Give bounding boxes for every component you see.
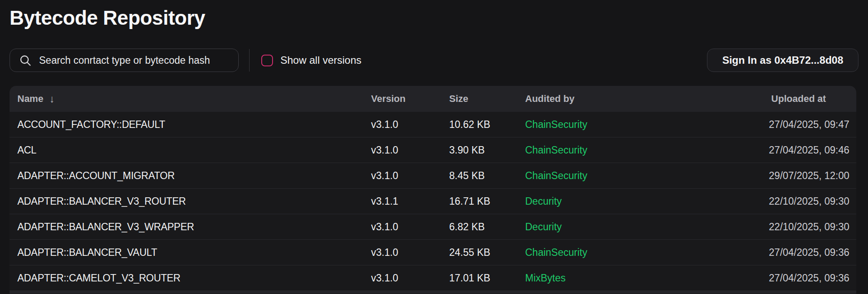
bytecode-repository-page: Bytecode Repository Show all versions Si… [0,0,868,294]
cell-size: 10.62 KB [441,119,517,131]
cell-uploaded-at: 22/10/2025, 09:30 [687,196,856,207]
cell-size: 6.82 KB [441,221,517,233]
show-all-versions-label: Show all versions [280,54,362,66]
cell-name: ACCOUNT_FACTORY::DEFAULT [10,119,363,131]
cell-name: ACL [10,144,363,156]
table-header-row: Name ↓ Version Size Audited by Uploaded … [10,86,856,112]
cell-name: ADAPTER::ACCOUNT_MIGRATOR [10,170,363,182]
cell-name: ADAPTER::BALANCER_V3_ROUTER [10,196,363,207]
cell-audited-by: ChainSecurity [517,247,687,258]
table-row[interactable]: ADAPTER::BALANCER_V3_ROUTER v3.1.1 16.71… [10,189,856,214]
cell-version: v3.1.0 [363,119,441,131]
column-header-name[interactable]: Name ↓ [10,93,363,105]
column-header-size[interactable]: Size [441,93,517,105]
column-header-uploaded-at[interactable]: Uploaded at [687,93,856,105]
cell-version: v3.1.0 [363,144,441,156]
partially-visible-next-row [10,291,856,294]
toolbar-divider [249,49,250,72]
cell-size: 17.01 KB [441,272,517,284]
cell-audited-by: Decurity [517,221,687,233]
cell-uploaded-at: 22/10/2025, 09:30 [687,221,856,233]
toolbar: Show all versions Sign In as 0x4B72...8d… [10,49,858,72]
cell-version: v3.1.1 [363,196,441,207]
search-input[interactable] [39,55,230,66]
table-row[interactable]: ADAPTER::BALANCER_V3_WRAPPER v3.1.0 6.82… [10,214,856,240]
cell-uploaded-at: 27/04/2025, 09:36 [687,272,856,284]
bytecode-table: Name ↓ Version Size Audited by Uploaded … [10,86,856,294]
cell-size: 8.45 KB [441,170,517,182]
cell-audited-by: ChainSecurity [517,119,687,131]
table-row[interactable]: ACL v3.1.0 3.90 KB ChainSecurity 27/04/2… [10,137,856,163]
table-row[interactable]: ACCOUNT_FACTORY::DEFAULT v3.1.0 10.62 KB… [10,112,856,137]
sign-in-button[interactable]: Sign In as 0x4B72...8d08 [707,49,858,72]
cell-audited-by: MixBytes [517,272,687,284]
table-row[interactable]: ADAPTER::ACCOUNT_MIGRATOR v3.1.0 8.45 KB… [10,163,856,189]
cell-version: v3.1.0 [363,170,441,182]
cell-uploaded-at: 27/04/2025, 09:46 [687,144,856,156]
cell-audited-by: ChainSecurity [517,144,687,156]
table-row[interactable]: ADAPTER::BALANCER_VAULT v3.1.0 24.55 KB … [10,240,856,265]
cell-size: 24.55 KB [441,247,517,258]
column-header-version[interactable]: Version [363,93,441,105]
cell-name: ADAPTER::BALANCER_VAULT [10,247,363,258]
cell-version: v3.1.0 [363,272,441,284]
sort-descending-icon[interactable]: ↓ [49,93,55,105]
cell-uploaded-at: 29/07/2025, 12:00 [687,170,856,182]
search-icon [20,55,31,66]
cell-name: ADAPTER::CAMELOT_V3_ROUTER [10,272,363,284]
cell-audited-by: Decurity [517,196,687,207]
cell-audited-by: ChainSecurity [517,170,687,182]
search-box[interactable] [10,49,239,72]
page-title: Bytecode Repository [10,6,205,29]
show-all-versions-toggle[interactable]: Show all versions [261,54,362,66]
cell-size: 3.90 KB [441,144,517,156]
column-header-audited-by[interactable]: Audited by [517,93,687,105]
cell-uploaded-at: 27/04/2025, 09:36 [687,247,856,258]
table-row[interactable]: ADAPTER::CAMELOT_V3_ROUTER v3.1.0 17.01 … [10,265,856,291]
cell-version: v3.1.0 [363,221,441,233]
cell-version: v3.1.0 [363,247,441,258]
cell-name: ADAPTER::BALANCER_V3_WRAPPER [10,221,363,233]
cell-uploaded-at: 27/04/2025, 09:47 [687,119,856,131]
cell-size: 16.71 KB [441,196,517,207]
table-body: ACCOUNT_FACTORY::DEFAULT v3.1.0 10.62 KB… [10,112,856,291]
show-all-versions-checkbox[interactable] [261,55,273,66]
